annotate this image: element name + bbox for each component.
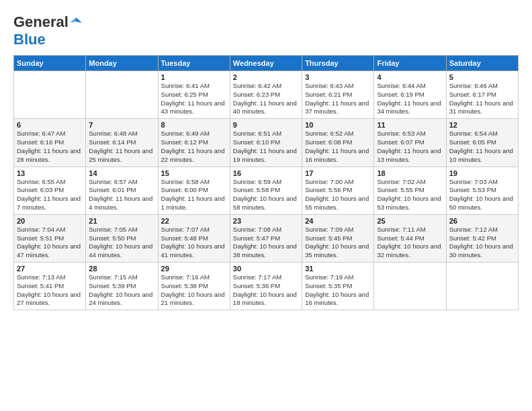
- calendar-cell: 28Sunrise: 7:15 AM Sunset: 5:39 PM Dayli…: [86, 263, 158, 310]
- calendar-cell: 18Sunrise: 7:02 AM Sunset: 5:55 PM Dayli…: [374, 167, 446, 214]
- day-number: 12: [449, 121, 515, 129]
- calendar-cell: 9Sunrise: 6:51 AM Sunset: 6:10 PM Daylig…: [230, 119, 302, 167]
- week-row-3: 13Sunrise: 6:55 AM Sunset: 6:03 PM Dayli…: [14, 167, 519, 214]
- day-info: Sunrise: 6:54 AM Sunset: 6:05 PM Dayligh…: [449, 130, 515, 164]
- day-number: 9: [233, 121, 299, 129]
- day-info: Sunrise: 6:48 AM Sunset: 6:14 PM Dayligh…: [89, 130, 154, 164]
- day-number: 16: [233, 169, 299, 177]
- day-number: 7: [89, 121, 154, 129]
- day-info: Sunrise: 6:51 AM Sunset: 6:10 PM Dayligh…: [233, 130, 299, 164]
- day-number: 20: [17, 217, 83, 225]
- day-number: 17: [305, 169, 371, 177]
- header-monday: Monday: [86, 56, 158, 71]
- day-number: 24: [305, 217, 371, 225]
- day-info: Sunrise: 7:00 AM Sunset: 5:56 PM Dayligh…: [305, 178, 371, 212]
- calendar-cell: 24Sunrise: 7:09 AM Sunset: 5:45 PM Dayli…: [302, 214, 374, 262]
- day-info: Sunrise: 7:07 AM Sunset: 5:48 PM Dayligh…: [161, 226, 227, 260]
- calendar-cell: 3Sunrise: 6:43 AM Sunset: 6:21 PM Daylig…: [302, 71, 374, 119]
- day-info: Sunrise: 6:59 AM Sunset: 5:58 PM Dayligh…: [233, 178, 299, 212]
- day-info: Sunrise: 7:19 AM Sunset: 5:35 PM Dayligh…: [305, 273, 371, 308]
- day-info: Sunrise: 7:05 AM Sunset: 5:50 PM Dayligh…: [89, 226, 154, 260]
- calendar-cell: 7Sunrise: 6:48 AM Sunset: 6:14 PM Daylig…: [86, 119, 158, 167]
- calendar-cell: 13Sunrise: 6:55 AM Sunset: 6:03 PM Dayli…: [14, 167, 86, 214]
- calendar-cell: 19Sunrise: 7:03 AM Sunset: 5:53 PM Dayli…: [446, 167, 518, 214]
- calendar-cell: [14, 71, 86, 119]
- calendar-cell: 6Sunrise: 6:47 AM Sunset: 6:16 PM Daylig…: [14, 119, 86, 167]
- day-number: 26: [449, 217, 515, 225]
- day-info: Sunrise: 6:55 AM Sunset: 6:03 PM Dayligh…: [17, 178, 83, 212]
- logo-bird-icon: [70, 16, 82, 28]
- week-row-5: 27Sunrise: 7:13 AM Sunset: 5:41 PM Dayli…: [14, 263, 519, 310]
- day-info: Sunrise: 7:11 AM Sunset: 5:44 PM Dayligh…: [377, 226, 443, 260]
- day-number: 27: [17, 265, 83, 273]
- day-info: Sunrise: 7:02 AM Sunset: 5:55 PM Dayligh…: [377, 178, 443, 212]
- day-number: 11: [377, 121, 443, 129]
- calendar-cell: [446, 263, 518, 310]
- calendar-cell: 16Sunrise: 6:59 AM Sunset: 5:58 PM Dayli…: [230, 167, 302, 214]
- day-number: 2: [233, 73, 299, 81]
- calendar-cell: [374, 263, 446, 310]
- day-info: Sunrise: 7:17 AM Sunset: 5:36 PM Dayligh…: [233, 273, 299, 308]
- day-number: 23: [233, 217, 299, 225]
- header-tuesday: Tuesday: [158, 56, 230, 71]
- day-info: Sunrise: 6:42 AM Sunset: 6:23 PM Dayligh…: [233, 82, 299, 116]
- day-info: Sunrise: 7:08 AM Sunset: 5:47 PM Dayligh…: [233, 226, 299, 260]
- calendar-cell: 17Sunrise: 7:00 AM Sunset: 5:56 PM Dayli…: [302, 167, 374, 214]
- day-info: Sunrise: 6:58 AM Sunset: 6:00 PM Dayligh…: [161, 178, 227, 212]
- day-info: Sunrise: 6:57 AM Sunset: 6:01 PM Dayligh…: [89, 178, 154, 212]
- header-row: SundayMondayTuesdayWednesdayThursdayFrid…: [14, 56, 519, 71]
- day-info: Sunrise: 6:46 AM Sunset: 6:17 PM Dayligh…: [449, 82, 515, 116]
- week-row-4: 20Sunrise: 7:04 AM Sunset: 5:51 PM Dayli…: [14, 214, 519, 262]
- day-number: 31: [305, 265, 371, 273]
- day-number: 21: [89, 217, 154, 225]
- day-number: 13: [17, 169, 83, 177]
- day-number: 15: [161, 169, 227, 177]
- calendar-cell: 12Sunrise: 6:54 AM Sunset: 6:05 PM Dayli…: [446, 119, 518, 167]
- calendar-cell: 10Sunrise: 6:52 AM Sunset: 6:08 PM Dayli…: [302, 119, 374, 167]
- calendar-cell: 25Sunrise: 7:11 AM Sunset: 5:44 PM Dayli…: [374, 214, 446, 262]
- day-number: 30: [233, 265, 299, 273]
- calendar-cell: 26Sunrise: 7:12 AM Sunset: 5:42 PM Dayli…: [446, 214, 518, 262]
- svg-marker-0: [76, 17, 82, 23]
- calendar-cell: 29Sunrise: 7:16 AM Sunset: 5:38 PM Dayli…: [158, 263, 230, 310]
- day-info: Sunrise: 6:49 AM Sunset: 6:12 PM Dayligh…: [161, 130, 227, 164]
- calendar-body: 1Sunrise: 6:41 AM Sunset: 6:25 PM Daylig…: [14, 71, 519, 310]
- header-friday: Friday: [374, 56, 446, 71]
- day-number: 5: [449, 73, 515, 81]
- day-info: Sunrise: 7:03 AM Sunset: 5:53 PM Dayligh…: [449, 178, 515, 212]
- calendar-cell: 20Sunrise: 7:04 AM Sunset: 5:51 PM Dayli…: [14, 214, 86, 262]
- calendar-cell: 8Sunrise: 6:49 AM Sunset: 6:12 PM Daylig…: [158, 119, 230, 167]
- calendar-cell: 2Sunrise: 6:42 AM Sunset: 6:23 PM Daylig…: [230, 71, 302, 119]
- calendar-cell: 14Sunrise: 6:57 AM Sunset: 6:01 PM Dayli…: [86, 167, 158, 214]
- calendar-cell: 22Sunrise: 7:07 AM Sunset: 5:48 PM Dayli…: [158, 214, 230, 262]
- calendar-cell: 30Sunrise: 7:17 AM Sunset: 5:36 PM Dayli…: [230, 263, 302, 310]
- day-number: 8: [161, 121, 227, 129]
- day-number: 29: [161, 265, 227, 273]
- day-info: Sunrise: 6:44 AM Sunset: 6:19 PM Dayligh…: [377, 82, 443, 116]
- logo-blue: Blue: [13, 31, 46, 48]
- calendar-table: SundayMondayTuesdayWednesdayThursdayFrid…: [13, 55, 519, 310]
- calendar-cell: 11Sunrise: 6:53 AM Sunset: 6:07 PM Dayli…: [374, 119, 446, 167]
- page-header: General Blue: [13, 13, 519, 48]
- day-number: 1: [161, 73, 227, 81]
- day-info: Sunrise: 7:15 AM Sunset: 5:39 PM Dayligh…: [89, 273, 154, 308]
- calendar-cell: [86, 71, 158, 119]
- day-info: Sunrise: 6:52 AM Sunset: 6:08 PM Dayligh…: [305, 130, 371, 164]
- day-number: 25: [377, 217, 443, 225]
- day-info: Sunrise: 6:41 AM Sunset: 6:25 PM Dayligh…: [161, 82, 227, 116]
- calendar-cell: 21Sunrise: 7:05 AM Sunset: 5:50 PM Dayli…: [86, 214, 158, 262]
- day-number: 28: [89, 265, 154, 273]
- day-number: 4: [377, 73, 443, 81]
- day-info: Sunrise: 6:47 AM Sunset: 6:16 PM Dayligh…: [17, 130, 83, 164]
- calendar-header: SundayMondayTuesdayWednesdayThursdayFrid…: [14, 56, 519, 71]
- day-number: 6: [17, 121, 83, 129]
- day-number: 14: [89, 169, 154, 177]
- day-number: 22: [161, 217, 227, 225]
- header-saturday: Saturday: [446, 56, 518, 71]
- calendar-cell: 27Sunrise: 7:13 AM Sunset: 5:41 PM Dayli…: [14, 263, 86, 310]
- logo-general: General: [13, 13, 69, 31]
- calendar-cell: 31Sunrise: 7:19 AM Sunset: 5:35 PM Dayli…: [302, 263, 374, 310]
- day-info: Sunrise: 6:53 AM Sunset: 6:07 PM Dayligh…: [377, 130, 443, 164]
- calendar-cell: 15Sunrise: 6:58 AM Sunset: 6:00 PM Dayli…: [158, 167, 230, 214]
- day-number: 18: [377, 169, 443, 177]
